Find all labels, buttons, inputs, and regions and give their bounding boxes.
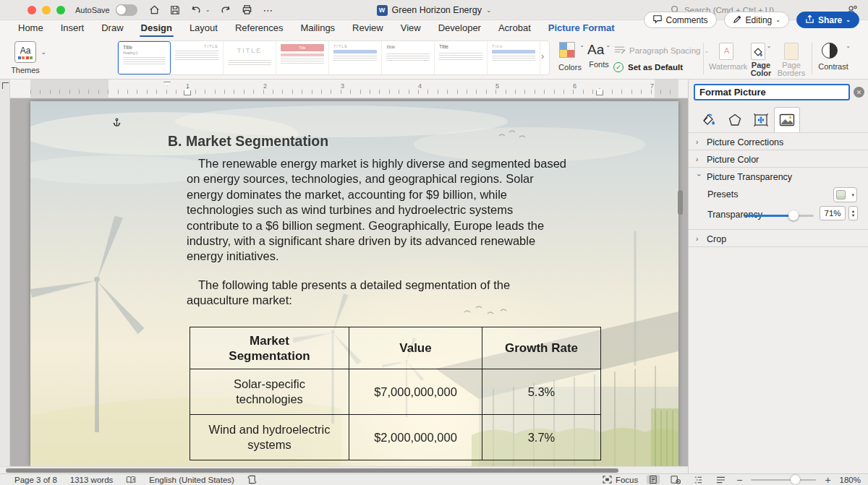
set-as-default-button[interactable]: ✓ Set as Default [613,62,683,72]
tab-insert[interactable]: Insert [61,22,85,35]
transparency-slider[interactable] [745,215,814,217]
table-header-cell[interactable]: Market Segmentation [190,327,349,369]
table-cell[interactable]: Solar-specific technologies [190,369,349,415]
table-cell[interactable]: $7,000,000,000 [349,369,482,415]
autosave-toggle[interactable] [116,4,137,16]
style-set-thumbnail[interactable]: Title Heading 1 [118,41,171,74]
page-indicator[interactable]: Page 3 of 8 [14,476,57,484]
undo-icon[interactable] [190,4,202,15]
tab-layout[interactable]: Layout [190,22,218,35]
minimize-window-button[interactable] [42,6,51,14]
colors-icon [559,42,575,58]
style-set-thumbnail[interactable]: Title [276,41,329,74]
fonts-label: Fonts [584,60,613,69]
document-paragraph-2[interactable]: The following table presents a detailed … [187,278,613,309]
home-icon[interactable] [149,4,160,15]
transparency-slider-fill [745,215,793,217]
comments-button[interactable]: Comments [644,12,717,28]
style-set-thumbnail[interactable]: Title [435,41,488,74]
panel-close-icon[interactable]: ✕ [854,87,864,98]
main-area: 1 2 3 4 5 6 7 [0,80,868,473]
tab-draw[interactable]: Draw [101,22,123,35]
tab-selector-icon[interactable] [2,82,9,89]
print-layout-view-button[interactable] [647,475,660,484]
redo-icon[interactable] [220,4,231,15]
track-changes-icon[interactable] [247,475,257,484]
draft-view-button[interactable] [714,476,728,484]
vertical-scrollbar[interactable] [678,190,683,215]
picture-corrections-section[interactable]: › Picture Corrections [689,134,868,150]
watermark-label: Watermark [709,62,744,71]
transparency-slider-thumb[interactable] [788,210,799,220]
zoom-level[interactable]: 180% [840,476,861,484]
table-cell[interactable]: 5.3% [482,369,601,415]
themes-button[interactable]: Aa ⌄ Themes [7,41,43,74]
layout-properties-tab[interactable] [748,107,774,132]
page-borders-button: Page Borders [775,43,807,77]
focus-button[interactable]: Focus [603,476,638,484]
picture-tab[interactable] [774,107,800,132]
zoom-in-icon[interactable]: + [825,474,830,485]
outline-view-button[interactable] [692,476,705,484]
table-cell[interactable]: Wind and hydroelectric systems [190,415,349,460]
table-cell[interactable]: $2,000,000,000 [349,415,482,460]
document-heading[interactable]: B. Market Segmentation [168,133,328,150]
print-icon[interactable] [242,4,252,15]
comments-label: Comments [666,15,708,25]
picture-transparency-section[interactable]: › Picture Transparency [689,169,868,184]
colors-label: Colors [556,63,584,72]
proofing-errors-icon[interactable] [126,476,136,484]
crop-section[interactable]: › Crop [689,231,868,246]
transparency-value-field[interactable]: 71% [820,206,846,220]
language-indicator[interactable]: English (United States) [149,476,234,484]
table-cell[interactable]: 3.7% [482,415,601,460]
tab-developer[interactable]: Developer [438,22,481,35]
style-set-thumbnail[interactable]: TITLE [329,41,382,74]
word-count[interactable]: 1313 words [70,476,113,484]
tab-design[interactable]: Design [141,22,172,35]
style-set-thumbnail[interactable]: TITLE [224,41,276,74]
picture-color-section[interactable]: › Picture Color [689,152,868,167]
horizontal-scrollbar-track[interactable] [0,466,688,473]
tab-home[interactable]: Home [18,22,43,35]
tab-references[interactable]: References [235,22,283,35]
tab-view[interactable]: View [401,22,421,35]
contrast-button[interactable]: ⌄ Contrast [816,43,851,71]
undo-dropdown-chevron-icon[interactable]: ⌄ [205,7,210,13]
zoom-slider[interactable] [751,479,816,481]
fill-line-tab[interactable] [696,107,722,132]
tab-picture-format[interactable]: Picture Format [548,22,615,35]
tab-review[interactable]: Review [352,22,383,35]
page-color-button[interactable]: ⌄ Page Color [746,43,775,77]
paragraph-spacing-button: Paragraph Spacing ⌄ [613,45,709,56]
style-set-thumbnail[interactable]: Title [382,41,435,74]
document-title[interactable]: Green Horizon Energy [392,5,482,15]
save-icon[interactable] [170,5,180,15]
zoom-out-icon[interactable]: − [736,474,742,485]
editing-mode-button[interactable]: Editing ⌄ [724,12,789,28]
zoom-slider-thumb[interactable] [791,475,800,484]
gallery-scroll-next-icon[interactable]: › [541,51,544,61]
fonts-button[interactable]: Aa ⌄ Fonts [584,42,613,69]
tab-mailings[interactable]: Mailings [300,22,335,35]
table-header-cell[interactable]: Value [349,327,482,369]
horizontal-scrollbar[interactable] [6,468,618,473]
colors-button[interactable]: ⌄ Colors [556,42,584,72]
style-set-thumbnail[interactable]: Title [488,41,540,74]
more-commands-icon[interactable]: ⋯ [263,4,273,16]
zoom-window-button[interactable] [56,6,65,14]
style-set-thumbnail[interactable]: TITLE [171,41,224,74]
document-title-chevron-icon[interactable]: ⌄ [486,7,492,14]
effects-tab[interactable] [722,107,748,132]
share-label: Share [818,15,842,25]
document-page[interactable]: B. Market Segmentation The renewable ene… [30,101,678,466]
share-button[interactable]: Share ⌄ [796,12,859,28]
tab-acrobat[interactable]: Acrobat [498,22,531,35]
transparency-stepper[interactable]: ▲▼ [848,206,858,220]
table-header-cell[interactable]: Growth Rate [482,327,601,369]
transparency-presets-dropdown[interactable]: ▾ [833,187,857,202]
close-window-button[interactable] [27,6,36,14]
document-paragraph-1[interactable]: The renewable energy market is highly di… [187,156,613,265]
segmentation-table[interactable]: Market Segmentation Value Growth Rate So… [190,327,601,460]
reading-view-button[interactable] [668,475,683,484]
